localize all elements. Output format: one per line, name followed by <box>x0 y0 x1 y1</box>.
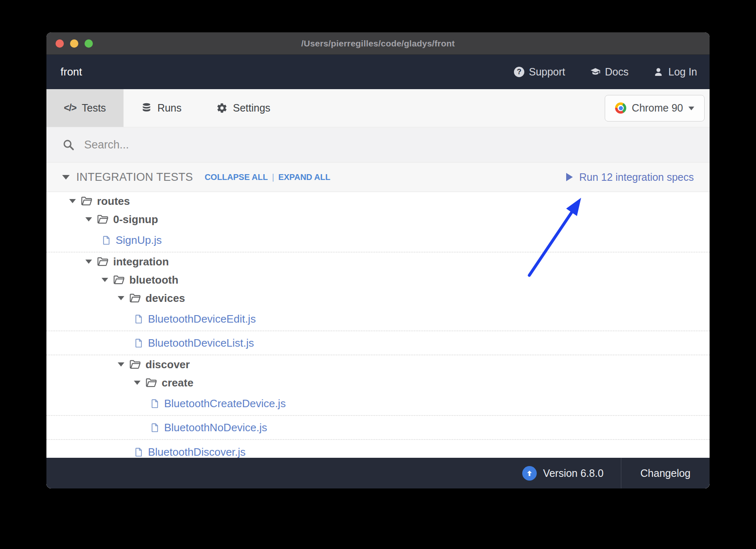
changelog-button[interactable]: Changelog <box>621 458 710 488</box>
nav-docs-label: Docs <box>605 66 629 78</box>
tree-file-row[interactable]: BluetoothNoDevice.js <box>46 416 710 440</box>
window-title: /Users/pierregilles/code/gladys/front <box>301 39 455 49</box>
file-icon <box>134 447 143 457</box>
folder-name: discover <box>145 358 190 371</box>
version-label: Version 6.8.0 <box>543 467 603 479</box>
help-icon: ? <box>514 67 524 77</box>
tab-settings-label: Settings <box>233 102 270 114</box>
tree-folder-row[interactable]: bluetooth <box>46 271 710 289</box>
run-specs-label: Run 12 integration specs <box>579 171 694 183</box>
tab-settings[interactable]: Settings <box>199 89 288 127</box>
spec-file-link[interactable]: BluetoothDeviceEdit.js <box>148 313 256 326</box>
folder-open-icon <box>145 377 157 389</box>
tree-folder-row[interactable]: discover <box>46 355 710 374</box>
tab-runs[interactable]: Runs <box>124 89 199 127</box>
search-icon <box>62 138 75 151</box>
file-icon <box>150 423 160 432</box>
specs-header: INTEGRATION TESTS COLLAPSE ALL | EXPAND … <box>46 162 710 192</box>
user-icon <box>653 67 664 77</box>
spec-file-link[interactable]: BluetoothDeviceList.js <box>148 337 254 350</box>
folder-open-icon <box>129 359 141 370</box>
app-footer: Version 6.8.0 Changelog <box>46 458 710 488</box>
database-icon <box>141 102 152 114</box>
folder-open-icon <box>81 195 92 207</box>
tree-folder-row[interactable]: create <box>46 374 710 392</box>
window-titlebar: /Users/pierregilles/code/gladys/front <box>46 32 710 55</box>
chevron-down-icon <box>688 107 694 113</box>
expand-all-link[interactable]: EXPAND ALL <box>278 172 330 182</box>
folder-name: routes <box>97 195 130 208</box>
run-specs-button[interactable]: Run 12 integration specs <box>566 171 694 183</box>
app-window: /Users/pierregilles/code/gladys/front fr… <box>46 32 710 488</box>
spec-file-link[interactable]: BluetoothNoDevice.js <box>164 421 267 434</box>
caret-down-icon[interactable] <box>85 260 92 264</box>
search-bar <box>46 127 710 162</box>
tree-file-row[interactable]: BluetoothDeviceList.js <box>46 331 710 355</box>
zoom-button[interactable] <box>85 39 93 48</box>
tree-folder-row[interactable]: 0-signup <box>46 210 710 228</box>
caret-down-icon[interactable] <box>118 296 124 300</box>
changelog-label: Changelog <box>640 467 691 479</box>
nav-links: ? Support Docs Log In <box>514 66 697 78</box>
spec-file-link[interactable]: BluetoothCreateDevice.js <box>164 397 286 410</box>
tree-folder-row[interactable]: routes <box>46 192 710 210</box>
browser-selector[interactable]: Chrome 90 <box>605 95 705 121</box>
file-icon <box>134 338 143 348</box>
spec-tree: routes0-signupSignUp.jsintegrationblueto… <box>46 192 710 488</box>
file-icon <box>102 236 111 245</box>
nav-login[interactable]: Log In <box>653 66 697 78</box>
spec-file-link[interactable]: BluetoothDiscover.js <box>148 446 246 459</box>
caret-down-icon[interactable] <box>85 217 92 221</box>
chrome-icon <box>615 102 626 114</box>
folder-name: bluetooth <box>129 274 178 287</box>
tab-bar: </> Tests Runs Settings Chrome 90 <box>46 89 710 127</box>
caret-down-icon[interactable] <box>69 199 76 203</box>
play-icon <box>566 173 573 181</box>
specs-header-title[interactable]: INTEGRATION TESTS <box>76 171 193 184</box>
folder-name: integration <box>113 255 169 268</box>
folder-name: create <box>162 377 194 389</box>
minimize-button[interactable] <box>70 39 78 48</box>
collapse-all-link[interactable]: COLLAPSE ALL <box>205 172 268 182</box>
project-name: front <box>61 66 82 78</box>
top-nav: front ? Support Docs Log In <box>46 55 710 89</box>
spec-file-link[interactable]: SignUp.js <box>116 234 162 247</box>
tree-folder-row[interactable]: integration <box>46 253 710 271</box>
caret-down-icon[interactable] <box>102 278 108 282</box>
browser-selector-label: Chrome 90 <box>632 102 683 114</box>
nav-docs[interactable]: Docs <box>590 66 629 78</box>
caret-down-icon[interactable] <box>134 381 141 385</box>
folder-name: 0-signup <box>113 213 158 226</box>
caret-down-icon[interactable] <box>118 362 124 367</box>
nav-login-label: Log In <box>668 66 697 78</box>
traffic-lights <box>56 32 93 54</box>
tab-tests-label: Tests <box>82 102 106 114</box>
nav-support-label: Support <box>529 66 565 78</box>
folder-open-icon <box>97 256 109 267</box>
code-icon: </> <box>64 102 76 114</box>
specs-header-links: COLLAPSE ALL | EXPAND ALL <box>205 172 330 182</box>
link-divider: | <box>272 172 274 182</box>
tree-file-row[interactable]: BluetoothCreateDevice.js <box>46 392 710 416</box>
gear-icon <box>216 102 228 114</box>
graduation-cap-icon <box>590 67 601 77</box>
file-icon <box>150 399 160 408</box>
upgrade-icon <box>522 466 537 481</box>
folder-open-icon <box>97 214 109 225</box>
search-input[interactable] <box>84 138 694 151</box>
tree-folder-row[interactable]: devices <box>46 289 710 307</box>
tree-file-row[interactable]: SignUp.js <box>46 228 710 253</box>
folder-name: devices <box>145 292 185 305</box>
tab-tests[interactable]: </> Tests <box>46 89 124 127</box>
file-icon <box>134 314 143 324</box>
nav-support[interactable]: ? Support <box>514 66 565 78</box>
folder-open-icon <box>113 274 125 286</box>
version-button[interactable]: Version 6.8.0 <box>505 466 621 481</box>
close-button[interactable] <box>56 39 64 48</box>
folder-open-icon <box>129 292 141 304</box>
tree-file-row[interactable]: BluetoothDeviceEdit.js <box>46 307 710 331</box>
caret-down-icon[interactable] <box>62 175 70 180</box>
tab-runs-label: Runs <box>158 102 182 114</box>
